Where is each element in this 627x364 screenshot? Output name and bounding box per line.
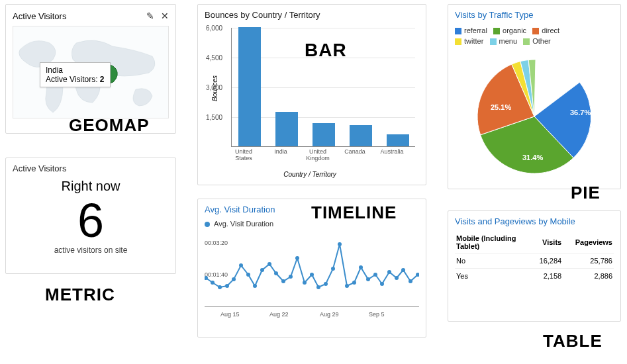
close-icon[interactable]: ✕ (161, 11, 169, 21)
bar-xlabel: Country / Territory (205, 171, 415, 178)
svg-point-28 (401, 268, 405, 272)
svg-point-14 (303, 281, 307, 285)
tl-x0: Aug 15 (220, 311, 240, 318)
timeline-svg (205, 230, 419, 307)
pie-label-organic: 31.4% (522, 154, 543, 161)
svg-point-26 (387, 270, 391, 274)
metric-sub: active visitors on site (13, 246, 169, 255)
bar-united-states[interactable] (238, 27, 261, 146)
sw-direct-icon (532, 28, 539, 34)
tl-x3: Sep 5 (369, 311, 385, 318)
timeline-plot: 00:03:20 00:01:40 Aug 15 Aug 22 Aug 29 S… (205, 230, 419, 316)
bar-india[interactable] (275, 112, 298, 146)
svg-point-21 (352, 281, 356, 285)
map-tooltip: India Active Visitors: 2 (40, 62, 111, 87)
svg-point-9 (267, 262, 271, 266)
timeline-panel: Avg. Visit Duration Avg. Visit Duration … (197, 199, 426, 338)
th-visits: Visits (531, 232, 563, 253)
th-pageviews: Pageviews (563, 232, 614, 253)
pie-label-direct: 25.1% (491, 103, 511, 111)
svg-point-2 (218, 285, 222, 289)
svg-point-8 (260, 268, 264, 272)
svg-point-29 (409, 279, 412, 283)
metric-rightnow: Right now (13, 179, 169, 194)
bar-cat-1: India (264, 148, 297, 155)
metric-value: 6 (13, 197, 169, 244)
tooltip-country: India (46, 66, 105, 75)
cell-mobile-yes: Yes (455, 269, 531, 284)
pie-label-referral: 36.7% (570, 109, 591, 116)
bar-chart: Bounces 6,000 4,500 3,000 1,500 UnitedSt… (205, 25, 415, 171)
svg-point-24 (373, 273, 377, 277)
mobile-table: Mobile (Including Tablet) Visits Pagevie… (455, 232, 614, 283)
pie-legend: referral organic direct twitter menu Oth… (455, 25, 614, 46)
svg-point-12 (289, 275, 293, 279)
sw-other-icon (523, 38, 530, 45)
sw-referral-icon (455, 28, 461, 34)
svg-point-22 (359, 265, 363, 269)
pie-chart: 36.7% 31.4% 25.1% (468, 50, 601, 183)
timeline-title[interactable]: Avg. Visit Duration (205, 205, 419, 214)
bar-panel: Bounces by Country / Territory Bounces 6… (197, 4, 426, 185)
svg-point-27 (395, 276, 399, 280)
svg-point-5 (239, 263, 243, 267)
pie-panel: Visits by Traffic Type referral organic … (448, 4, 621, 189)
tl-x2: Aug 29 (320, 311, 339, 318)
table-row[interactable]: No 16,284 25,786 (455, 253, 614, 269)
svg-point-16 (316, 285, 320, 289)
svg-point-3 (225, 284, 229, 288)
cell-pv-yes: 2,886 (563, 269, 614, 284)
geomap-panel: Active Visitors ✎ ✕ India Active Visitor… (5, 4, 176, 134)
svg-point-19 (338, 242, 342, 246)
svg-point-13 (295, 256, 299, 260)
svg-point-23 (366, 277, 370, 281)
svg-point-4 (232, 277, 236, 281)
table-header-row: Mobile (Including Tablet) Visits Pagevie… (455, 232, 614, 253)
cell-visits-yes: 2,158 (531, 269, 563, 284)
bar-title: Bounces by Country / Territory (205, 10, 419, 20)
table-row[interactable]: Yes 2,158 2,886 (455, 269, 614, 284)
bar-cat-3: Canada (338, 148, 371, 155)
bar-cat-0: UnitedStates (227, 148, 260, 161)
svg-point-20 (345, 284, 349, 288)
svg-point-17 (324, 282, 328, 286)
edit-icon[interactable]: ✎ (146, 11, 154, 21)
svg-point-11 (281, 279, 285, 283)
tl-x1: Aug 22 (269, 311, 289, 318)
svg-point-10 (274, 271, 278, 275)
th-mobile: Mobile (Including Tablet) (455, 232, 531, 253)
svg-point-1 (211, 281, 215, 285)
sw-organic-icon (493, 28, 500, 34)
table-title[interactable]: Visits and Pageviews by Mobile (455, 216, 614, 226)
cell-pv-no: 25,786 (563, 253, 614, 269)
metric-title: Active Visitors (13, 163, 169, 173)
cell-mobile-no: No (455, 253, 531, 269)
pie-title[interactable]: Visits by Traffic Type (455, 10, 614, 20)
timeline-legend: Avg. Visit Duration (205, 220, 419, 228)
bar-cat-2: UnitedKingdom (301, 148, 334, 161)
bar-cat-4: Australia (375, 148, 409, 155)
svg-point-6 (246, 273, 250, 277)
sw-menu-icon (490, 38, 497, 45)
svg-point-15 (310, 273, 314, 277)
svg-point-18 (331, 267, 335, 271)
overlay-table: TABLE (543, 331, 603, 351)
sw-twitter-icon (455, 38, 461, 45)
table-panel: Visits and Pageviews by Mobile Mobile (I… (448, 210, 621, 322)
cell-visits-no: 16,284 (531, 253, 563, 269)
bar-australia[interactable] (387, 134, 409, 146)
bar-canada[interactable] (350, 125, 372, 146)
legend-dot-icon (205, 222, 210, 227)
svg-point-7 (253, 284, 257, 288)
geomap[interactable]: India Active Visitors: 2 (13, 26, 169, 118)
bar-united-kingdom[interactable] (313, 123, 335, 146)
overlay-metric: METRIC (45, 285, 115, 305)
geomap-title: Active Visitors (13, 11, 66, 21)
metric-panel: Active Visitors Right now 6 active visit… (5, 158, 176, 274)
tooltip-label: Active Visitors: (46, 75, 97, 84)
tooltip-value: 2 (100, 75, 105, 84)
svg-point-25 (380, 282, 384, 286)
